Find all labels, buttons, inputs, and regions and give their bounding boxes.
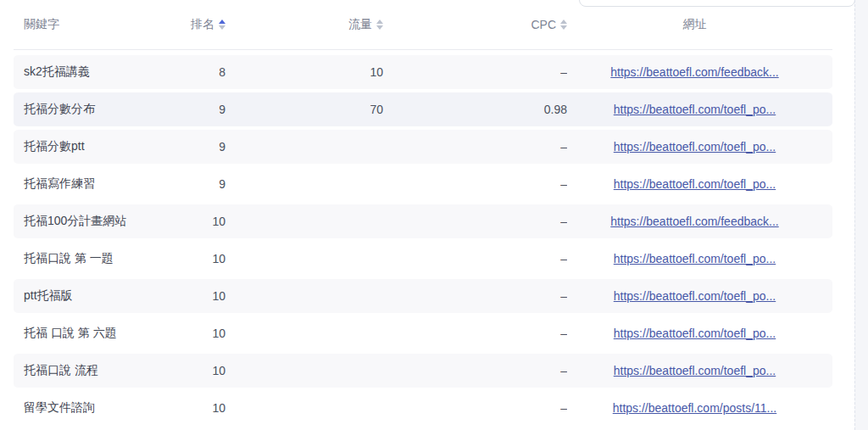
url-cell: https://beattoefl.com/toefl_po... — [567, 289, 822, 303]
result-url-link[interactable]: https://beattoefl.com/toefl_po... — [614, 364, 776, 377]
cpc-cell: – — [383, 401, 567, 415]
scrollbar-track[interactable] — [854, 0, 868, 430]
sort-asc-icon — [560, 20, 567, 24]
table-row[interactable]: sk2托福講義 8 10 – https://beattoefl.com/fee… — [14, 53, 832, 91]
cpc-cell: – — [383, 364, 567, 377]
cpc-cell: – — [383, 252, 567, 265]
table-row[interactable]: 托福寫作練習 9 – https://beattoefl.com/toefl_p… — [14, 165, 832, 203]
keywords-table: 關鍵字 排名 流量 CPC — [14, 0, 832, 427]
result-url-link[interactable]: https://beattoefl.com/toefl_po... — [614, 140, 776, 154]
sort-desc-icon — [560, 25, 567, 30]
result-url-link[interactable]: https://beattoefl.com/toefl_po... — [614, 103, 776, 116]
result-url-link[interactable]: https://beattoefl.com/toefl_po... — [614, 177, 776, 191]
result-url-link[interactable]: https://beattoefl.com/posts/11... — [613, 401, 777, 415]
rank-cell: 9 — [159, 103, 225, 116]
keyword-cell: 托福口說 流程 — [24, 363, 159, 378]
rank-cell: 10 — [159, 289, 225, 303]
table-row[interactable]: 托福分數ptt 9 – https://beattoefl.com/toefl_… — [14, 128, 832, 165]
result-url-link[interactable]: https://beattoefl.com/feedback... — [610, 215, 778, 228]
rank-cell: 9 — [159, 140, 225, 154]
rank-cell: 10 — [159, 215, 225, 228]
column-header-traffic-label: 流量 — [348, 17, 372, 32]
table-row[interactable]: ptt托福版 10 – https://beattoefl.com/toefl_… — [14, 277, 832, 315]
sort-icon[interactable] — [219, 20, 225, 30]
table-row[interactable]: 托福100分計畫網站 10 – https://beattoefl.com/fe… — [14, 203, 832, 240]
sort-desc-icon — [376, 25, 383, 30]
cpc-cell: – — [383, 327, 567, 340]
cpc-cell: – — [383, 177, 567, 191]
column-header-url: 網址 — [567, 17, 822, 32]
rank-cell: 8 — [159, 65, 225, 79]
url-cell: https://beattoefl.com/toefl_po... — [567, 103, 822, 116]
result-url-link[interactable]: https://beattoefl.com/toefl_po... — [614, 327, 776, 340]
result-url-link[interactable]: https://beattoefl.com/toefl_po... — [614, 252, 776, 265]
table-row[interactable]: 托福分數分布 9 70 0.98 https://beattoefl.com/t… — [14, 91, 832, 128]
column-header-cpc-label: CPC — [531, 18, 556, 31]
rank-cell: 10 — [159, 401, 225, 415]
keyword-cell: 托福口說 第 一題 — [24, 251, 159, 266]
cpc-cell: – — [383, 289, 567, 303]
column-header-traffic[interactable]: 流量 — [225, 17, 383, 32]
table-body: sk2托福講義 8 10 – https://beattoefl.com/fee… — [14, 53, 832, 427]
keyword-cell: 留學文件諮詢 — [24, 400, 159, 416]
sort-asc-icon — [376, 20, 383, 24]
column-header-rank-label: 排名 — [191, 17, 214, 32]
traffic-cell: 70 — [225, 103, 383, 116]
keyword-table-page: 關鍵字 排名 流量 CPC — [0, 0, 868, 430]
sort-desc-icon — [219, 25, 225, 30]
url-cell: https://beattoefl.com/feedback... — [567, 215, 822, 228]
table-row[interactable]: 留學文件諮詢 10 – https://beattoefl.com/posts/… — [14, 389, 832, 427]
column-header-cpc[interactable]: CPC — [383, 18, 567, 31]
sort-icon[interactable] — [560, 20, 567, 30]
keyword-cell: 托福 口說 第 六題 — [24, 326, 159, 341]
table-row[interactable]: 托福口說 流程 10 – https://beattoefl.com/toefl… — [14, 352, 832, 389]
result-url-link[interactable]: https://beattoefl.com/toefl_po... — [614, 289, 776, 303]
column-header-keyword: 關鍵字 — [24, 17, 159, 32]
url-cell: https://beattoefl.com/feedback... — [567, 65, 822, 79]
cpc-cell: 0.98 — [383, 103, 567, 116]
table-header-row: 關鍵字 排名 流量 CPC — [14, 0, 832, 50]
rank-cell: 9 — [159, 177, 225, 191]
keyword-cell: 托福分數分布 — [24, 102, 159, 117]
rank-cell: 10 — [159, 327, 225, 340]
url-cell: https://beattoefl.com/toefl_po... — [567, 364, 822, 377]
result-url-link[interactable]: https://beattoefl.com/feedback... — [610, 65, 778, 79]
url-cell: https://beattoefl.com/toefl_po... — [567, 177, 822, 191]
url-cell: https://beattoefl.com/toefl_po... — [567, 140, 822, 154]
sort-icon[interactable] — [376, 20, 383, 30]
keyword-cell: sk2托福講義 — [24, 64, 159, 80]
url-cell: https://beattoefl.com/posts/11... — [567, 401, 822, 415]
keyword-cell: ptt托福版 — [24, 288, 159, 304]
traffic-cell: 10 — [225, 65, 383, 79]
keyword-cell: 托福分數ptt — [24, 139, 159, 154]
keyword-cell: 托福寫作練習 — [24, 176, 159, 192]
table-row[interactable]: 托福口說 第 一題 10 – https://beattoefl.com/toe… — [14, 240, 832, 277]
rank-cell: 10 — [159, 252, 225, 265]
keyword-cell: 托福100分計畫網站 — [24, 214, 159, 229]
sort-asc-icon — [219, 20, 225, 24]
cpc-cell: – — [383, 65, 567, 79]
column-header-rank[interactable]: 排名 — [159, 17, 225, 32]
table-row[interactable]: 托福 口說 第 六題 10 – https://beattoefl.com/to… — [14, 315, 832, 352]
cpc-cell: – — [383, 215, 567, 228]
rank-cell: 10 — [159, 364, 225, 377]
cpc-cell: – — [383, 140, 567, 154]
url-cell: https://beattoefl.com/toefl_po... — [567, 252, 822, 265]
url-cell: https://beattoefl.com/toefl_po... — [567, 327, 822, 340]
